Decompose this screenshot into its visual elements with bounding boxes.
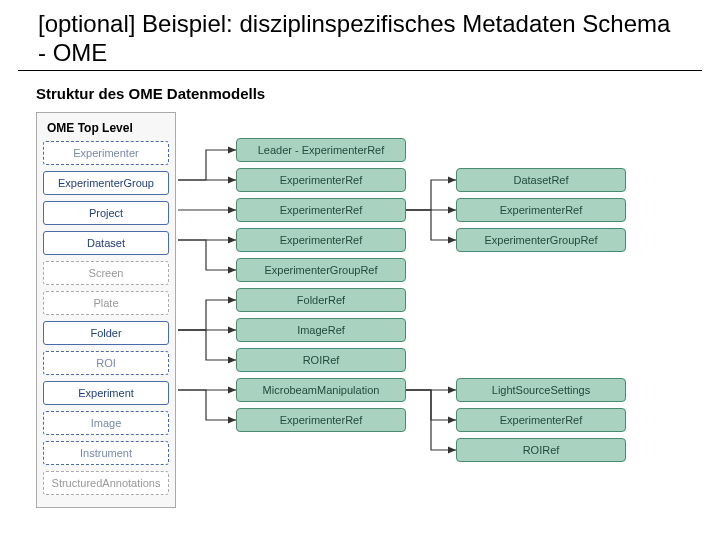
node-folder-ref: FolderRef: [236, 288, 406, 312]
node-structured-annotations: StructuredAnnotations: [43, 471, 169, 495]
node-folder: Folder: [43, 321, 169, 345]
node-dataset-ref: DatasetRef: [456, 168, 626, 192]
node-experimenter-group-ref-b: ExperimenterGroupRef: [456, 228, 626, 252]
node-experimenter: Experimenter: [43, 141, 169, 165]
node-image: Image: [43, 411, 169, 435]
node-instrument: Instrument: [43, 441, 169, 465]
node-experimenter-ref-e: ExperimenterRef: [456, 198, 626, 222]
node-experimenter-ref-f: ExperimenterRef: [456, 408, 626, 432]
page-title: [optional] Beispiel: disziplinspezifisch…: [18, 0, 702, 71]
node-experiment: Experiment: [43, 381, 169, 405]
node-roi-ref-b: ROIRef: [456, 438, 626, 462]
node-roi-ref: ROIRef: [236, 348, 406, 372]
page-subtitle: Struktur des OME Datenmodells: [0, 85, 720, 112]
node-experimenter-group: ExperimenterGroup: [43, 171, 169, 195]
node-dataset: Dataset: [43, 231, 169, 255]
node-light-source-settings: LightSourceSettings: [456, 378, 626, 402]
panel-title: OME Top Level: [43, 119, 169, 141]
node-experimenter-group-ref: ExperimenterGroupRef: [236, 258, 406, 282]
node-image-ref: ImageRef: [236, 318, 406, 342]
node-microbeam-manipulation: MicrobeamManipulation: [236, 378, 406, 402]
node-experimenter-ref-a: ExperimenterRef: [236, 168, 406, 192]
ome-top-level-panel: OME Top Level Experimenter ExperimenterG…: [36, 112, 176, 508]
node-plate: Plate: [43, 291, 169, 315]
node-experimenter-ref-b: ExperimenterRef: [236, 198, 406, 222]
diagram-canvas: OME Top Level Experimenter ExperimenterG…: [36, 112, 696, 532]
node-experimenter-ref-d: ExperimenterRef: [236, 408, 406, 432]
node-experimenter-ref-c: ExperimenterRef: [236, 228, 406, 252]
node-leader-experimenter-ref: Leader - ExperimenterRef: [236, 138, 406, 162]
node-roi: ROI: [43, 351, 169, 375]
node-project: Project: [43, 201, 169, 225]
node-screen: Screen: [43, 261, 169, 285]
